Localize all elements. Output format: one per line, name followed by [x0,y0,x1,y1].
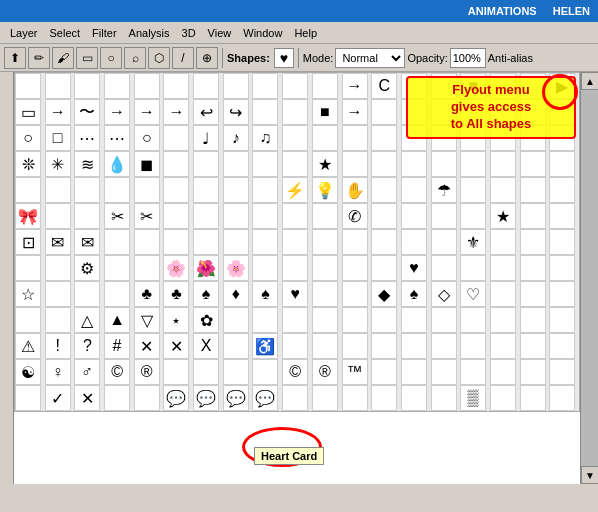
shape-cell[interactable]: ♩ [193,125,219,151]
shape-cell[interactable] [549,151,575,177]
shape-cell[interactable]: ⚡ [282,177,308,203]
shape-cell[interactable] [490,359,516,385]
shape-cell[interactable]: ♀ [45,359,71,385]
shape-cell[interactable] [134,177,160,203]
shape-cell[interactable] [163,151,189,177]
shape-cell[interactable] [252,203,278,229]
animations-label[interactable]: ANIMATIONS [468,5,537,17]
shape-cell[interactable] [520,359,546,385]
shape-cell[interactable]: ! [45,333,71,359]
menu-window[interactable]: Window [237,25,288,41]
shape-cell[interactable]: ♦ [223,281,249,307]
shape-cell[interactable] [371,177,397,203]
shape-cell[interactable] [371,333,397,359]
shape-cell[interactable] [15,73,41,99]
shape-cell[interactable]: 💬 [193,385,219,411]
shape-cell[interactable] [549,255,575,281]
shape-cell[interactable] [282,307,308,333]
shape-cell[interactable]: © [282,359,308,385]
shape-cell[interactable] [252,73,278,99]
shape-cell[interactable]: ✿ [193,307,219,333]
tool-extra[interactable]: ⊕ [196,47,218,69]
shape-cell[interactable] [371,125,397,151]
shape-cell[interactable] [45,281,71,307]
shape-cell[interactable] [282,73,308,99]
shape-cell[interactable] [252,359,278,385]
shape-cell[interactable] [223,229,249,255]
shape-cell[interactable]: # [104,333,130,359]
shape-cell[interactable] [282,333,308,359]
shape-cell[interactable] [312,255,338,281]
shape-cell[interactable] [431,151,457,177]
shape-cell[interactable] [74,281,100,307]
shape-cell[interactable] [549,281,575,307]
scroll-down-btn[interactable]: ▼ [581,466,598,484]
shape-cell[interactable] [342,125,368,151]
shape-cell[interactable] [401,359,427,385]
shape-cell[interactable]: ⋯ [104,125,130,151]
shape-cell[interactable]: ⚠ [15,333,41,359]
shape-cell[interactable]: ↪ [223,99,249,125]
tool-lasso[interactable]: ⌕ [124,47,146,69]
shape-cell[interactable] [342,385,368,411]
shape-cell[interactable] [163,203,189,229]
shape-cell[interactable] [520,385,546,411]
shape-cell[interactable] [163,125,189,151]
shape-cell[interactable] [460,333,486,359]
shape-cell[interactable]: ▭ [15,99,41,125]
shape-cell[interactable] [104,385,130,411]
shape-cell[interactable] [134,385,160,411]
shape-cell[interactable] [312,281,338,307]
shape-cell[interactable]: ✓ [45,385,71,411]
shape-cell[interactable] [549,177,575,203]
shape-cell[interactable] [431,333,457,359]
shape-cell[interactable] [401,151,427,177]
shape-cell[interactable] [134,229,160,255]
shape-cell[interactable] [74,203,100,229]
shape-cell[interactable] [401,177,427,203]
tool-ellipse[interactable]: ○ [100,47,122,69]
shape-cell[interactable]: ◆ [371,281,397,307]
shape-cell[interactable] [282,255,308,281]
shape-cell[interactable]: ○ [134,125,160,151]
shape-cell[interactable]: ♪ [223,125,249,151]
shape-cell[interactable] [549,333,575,359]
shape-cell[interactable] [490,229,516,255]
shape-cell[interactable] [252,99,278,125]
tool-brush[interactable]: 🖌 [52,47,74,69]
shape-cell[interactable]: ▲ [104,307,130,333]
tool-pencil[interactable]: ✏ [28,47,50,69]
menu-layer[interactable]: Layer [4,25,44,41]
shape-cell[interactable]: 🌺 [193,255,219,281]
shape-cell[interactable] [45,255,71,281]
menu-select[interactable]: Select [44,25,87,41]
shape-cell[interactable] [520,281,546,307]
shape-cell[interactable] [282,229,308,255]
shape-cell[interactable] [134,73,160,99]
shape-cell[interactable]: ✂ [134,203,160,229]
shape-cell[interactable]: 💡 [312,177,338,203]
shape-cell[interactable]: ♿ [252,333,278,359]
shape-cell[interactable] [193,229,219,255]
shape-cell[interactable]: ✕ [134,333,160,359]
shape-cell[interactable]: ▒ [460,385,486,411]
shape-cell[interactable] [104,229,130,255]
shape-cell[interactable] [193,359,219,385]
shape-cell[interactable] [163,177,189,203]
shape-cell[interactable]: 💬 [252,385,278,411]
shape-cell[interactable] [15,255,41,281]
shape-cell[interactable] [490,333,516,359]
shape-cell[interactable] [460,151,486,177]
shape-cell[interactable]: → [342,99,368,125]
shape-cell[interactable] [312,73,338,99]
shape-cell[interactable] [104,177,130,203]
shape-cell[interactable] [223,307,249,333]
shape-cell[interactable] [460,255,486,281]
shape-cell[interactable] [460,177,486,203]
shape-cell[interactable]: ✉ [45,229,71,255]
shape-cell[interactable] [282,125,308,151]
shape-cell[interactable] [371,359,397,385]
shape-cell[interactable]: 💬 [163,385,189,411]
shape-cell[interactable] [401,385,427,411]
shape-cell[interactable]: ❊ [15,151,41,177]
